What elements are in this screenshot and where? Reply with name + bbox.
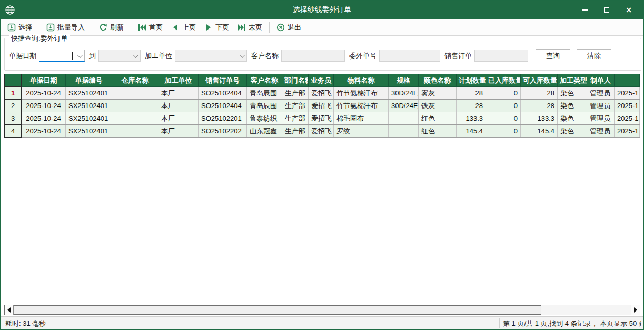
table-cell[interactable]: SX25102401 — [66, 125, 112, 138]
table-cell[interactable]: 爱招飞 — [309, 112, 334, 125]
exit-button[interactable]: 退出 — [273, 21, 304, 34]
table-cell[interactable]: 2025-1 — [615, 125, 640, 138]
sales-order-input[interactable] — [474, 50, 528, 62]
col-header-customer[interactable]: 客户名称 — [247, 74, 282, 87]
table-cell[interactable]: 2025-10-24 — [22, 125, 66, 138]
table-cell[interactable]: SX25102401 — [66, 87, 112, 100]
table-cell[interactable]: 30D/24F亲 — [389, 100, 419, 112]
table-cell[interactable]: 本厂 — [158, 125, 199, 138]
row-number-cell[interactable]: 3 — [5, 112, 22, 125]
table-cell[interactable]: 雾灰 — [419, 87, 457, 100]
col-header-doc-date[interactable]: 单据日期 — [22, 74, 66, 87]
table-cell[interactable]: 本厂 — [158, 100, 199, 112]
table-cell[interactable]: 生产部 — [282, 100, 309, 112]
col-header-doc-no[interactable]: 单据编号 — [66, 74, 112, 87]
outsource-no-input[interactable] — [379, 50, 440, 62]
maximize-button[interactable] — [600, 3, 613, 17]
select-button[interactable]: 选择 — [4, 21, 35, 34]
table-cell[interactable]: 管理员 — [587, 100, 615, 112]
table-cell[interactable]: 2025-10-24 — [22, 112, 66, 125]
col-header-inbound-qty[interactable]: 已入库数量 — [486, 74, 521, 87]
table-cell[interactable] — [112, 112, 158, 125]
table-cell[interactable]: 2025-1 — [615, 112, 640, 125]
close-button[interactable]: ✕ — [622, 3, 636, 17]
col-header-available-qty[interactable]: 可入库数量 — [521, 74, 558, 87]
col-header-color[interactable]: 颜色名称 — [419, 74, 457, 87]
table-cell[interactable]: 本厂 — [158, 87, 199, 100]
table-cell[interactable]: 染色 — [558, 87, 587, 100]
table-cell[interactable]: SO25102202 — [199, 125, 247, 138]
table-cell[interactable]: 铁灰 — [419, 100, 457, 112]
col-header-creator[interactable]: 制单人 — [587, 74, 615, 87]
table-cell[interactable]: 管理员 — [587, 87, 615, 100]
table-row[interactable]: 4 2025-10-24 SX25102401 本厂 SO25102202 山东… — [5, 125, 640, 138]
table-cell[interactable]: 2025-10-24 — [22, 87, 66, 100]
table-cell[interactable]: 0 — [486, 87, 521, 100]
table-cell[interactable]: 管理员 — [587, 125, 615, 138]
table-cell[interactable]: 2025-1 — [615, 100, 640, 112]
date-from-combobox[interactable] — [39, 50, 85, 62]
table-cell[interactable]: 133.3 — [457, 112, 486, 125]
table-cell[interactable]: SO25102404 — [199, 100, 247, 112]
table-cell[interactable]: SX25102401 — [66, 100, 112, 112]
table-cell[interactable]: 28 — [457, 87, 486, 100]
table-cell[interactable]: 145.4 — [457, 125, 486, 138]
customer-input[interactable] — [281, 50, 345, 62]
col-header-process-unit[interactable]: 加工单位 — [158, 74, 199, 87]
table-cell[interactable]: 竹节氨棉汗布 — [334, 100, 389, 112]
process-unit-combobox[interactable] — [175, 50, 247, 62]
table-cell[interactable] — [112, 100, 158, 112]
table-cell[interactable]: 生产部 — [282, 125, 309, 138]
col-header-salesman[interactable]: 业务员 — [309, 74, 334, 87]
table-cell[interactable]: 2025-1 — [615, 87, 640, 100]
table-cell[interactable]: 133.3 — [521, 112, 558, 125]
table-cell[interactable]: 2025-10-24 — [22, 100, 66, 112]
col-header-department[interactable]: 部门名称 — [282, 74, 309, 87]
clear-button[interactable]: 清除 — [577, 49, 611, 62]
prev-page-button[interactable]: 上页 — [168, 21, 199, 34]
table-cell[interactable]: 管理员 — [587, 112, 615, 125]
batch-import-button[interactable]: 批量导入 — [43, 21, 88, 34]
table-cell[interactable]: 青岛辰围 — [247, 87, 282, 100]
scroll-left-button[interactable] — [5, 305, 14, 315]
table-cell[interactable]: 0 — [486, 100, 521, 112]
row-number-cell[interactable]: 1 — [5, 87, 22, 100]
table-cell[interactable] — [389, 112, 419, 125]
table-cell[interactable]: 爱招飞 — [309, 87, 334, 100]
table-cell[interactable]: SO25102404 — [199, 87, 247, 100]
table-cell[interactable]: 山东冠鑫 — [247, 125, 282, 138]
table-cell[interactable]: 红色 — [419, 112, 457, 125]
row-number-cell[interactable]: 4 — [5, 125, 22, 138]
table-cell[interactable]: 竹节氨棉汗布 — [334, 87, 389, 100]
col-header-spec[interactable]: 规格 — [389, 74, 419, 87]
table-cell[interactable]: 28 — [521, 100, 558, 112]
col-header-process-type[interactable]: 加工类型 — [558, 74, 587, 87]
table-cell[interactable]: 30D/24F亲 — [389, 87, 419, 100]
date-to-combobox[interactable] — [98, 50, 141, 62]
col-header-plan-qty[interactable]: 计划数量 — [457, 74, 486, 87]
first-page-button[interactable]: 首页 — [135, 21, 166, 34]
table-cell[interactable]: 罗纹 — [334, 125, 389, 138]
col-header-material[interactable]: 物料名称 — [334, 74, 389, 87]
table-cell[interactable]: 145.4 — [521, 125, 558, 138]
table-cell[interactable]: 棉毛圈布 — [334, 112, 389, 125]
table-cell[interactable]: 0 — [486, 112, 521, 125]
table-cell[interactable]: 生产部 — [282, 112, 309, 125]
table-cell[interactable]: 爱招飞 — [309, 125, 334, 138]
next-page-button[interactable]: 下页 — [201, 21, 232, 34]
horizontal-scrollbar[interactable] — [4, 305, 640, 315]
table-cell[interactable] — [112, 87, 158, 100]
last-page-button[interactable]: 末页 — [234, 21, 265, 34]
table-cell[interactable]: 青岛辰围 — [247, 100, 282, 112]
table-cell[interactable] — [112, 125, 158, 138]
scrollbar-thumb[interactable] — [14, 305, 541, 315]
table-cell[interactable]: 28 — [521, 87, 558, 100]
table-cell[interactable] — [389, 125, 419, 138]
table-cell[interactable]: SX25102401 — [66, 112, 112, 125]
query-button[interactable]: 查询 — [536, 49, 570, 62]
scroll-right-button[interactable] — [631, 305, 640, 315]
table-cell[interactable]: 鲁泰纺织 — [247, 112, 282, 125]
col-header-warehouse[interactable]: 仓库名称 — [112, 74, 158, 87]
table-cell[interactable]: 生产部 — [282, 87, 309, 100]
refresh-button[interactable]: 刷新 — [96, 21, 127, 34]
